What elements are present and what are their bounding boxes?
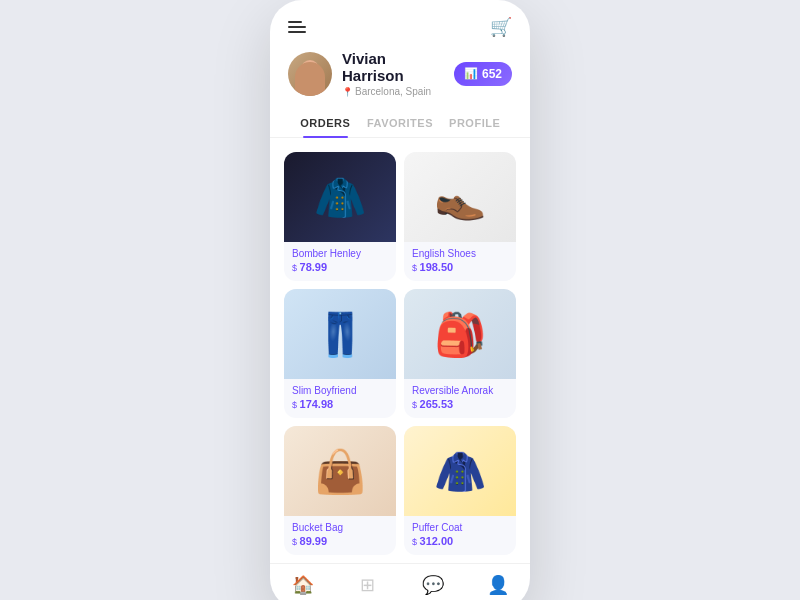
tab-favorites[interactable]: FAVORITES	[363, 109, 438, 137]
product-card[interactable]: Reversible Anorak $ 265.53	[404, 289, 516, 418]
nav-item-home[interactable]: 🏠	[270, 574, 335, 596]
currency-symbol: $	[412, 263, 420, 273]
currency-symbol: $	[292, 400, 300, 410]
profile-name: Vivian Harrison	[342, 50, 444, 84]
currency-symbol: $	[412, 537, 420, 547]
product-name-5: Puffer Coat	[412, 522, 508, 533]
product-image-1	[404, 152, 516, 242]
tabs-bar: ORDERS FAVORITES PROFILE	[270, 109, 530, 138]
product-price-0: $ 78.99	[292, 261, 388, 273]
profile-info: Vivian Harrison 📍 Barcelona, Spain	[342, 50, 444, 97]
product-price-2: $ 174.98	[292, 398, 388, 410]
grid-icon: ⊞	[360, 574, 375, 596]
product-price-5: $ 312.00	[412, 535, 508, 547]
product-name-2: Slim Boyfriend	[292, 385, 388, 396]
product-image-0	[284, 152, 396, 242]
avatar	[288, 52, 332, 96]
score-badge: 📊 652	[454, 62, 512, 86]
product-image-5	[404, 426, 516, 516]
product-info-2: Slim Boyfriend $ 174.98	[284, 379, 396, 418]
nav-item-profile[interactable]: 👤	[465, 574, 530, 596]
product-card[interactable]: English Shoes $ 198.50	[404, 152, 516, 281]
currency-symbol: $	[292, 263, 300, 273]
home-icon: 🏠	[292, 574, 314, 596]
location-text: Barcelona, Spain	[355, 86, 431, 97]
location-pin-icon: 📍	[342, 87, 353, 97]
product-price-4: $ 89.99	[292, 535, 388, 547]
messages-icon: 💬	[422, 574, 444, 596]
bar-chart-icon: 📊	[464, 67, 478, 80]
nav-item-grid[interactable]: ⊞	[335, 574, 400, 596]
currency-symbol: $	[412, 400, 420, 410]
product-image-4	[284, 426, 396, 516]
profile-icon: 👤	[487, 574, 509, 596]
score-value: 652	[482, 67, 502, 81]
product-image-2	[284, 289, 396, 379]
product-name-3: Reversible Anorak	[412, 385, 508, 396]
products-grid: Bomber Henley $ 78.99 English Shoes $ 19…	[270, 138, 530, 563]
currency-symbol: $	[292, 537, 300, 547]
menu-icon[interactable]	[288, 21, 306, 33]
product-info-5: Puffer Coat $ 312.00	[404, 516, 516, 555]
cart-icon[interactable]: 🛒	[490, 16, 512, 38]
product-info-3: Reversible Anorak $ 265.53	[404, 379, 516, 418]
product-card[interactable]: Bomber Henley $ 78.99	[284, 152, 396, 281]
phone-shell: 🛒 Vivian Harrison 📍 Barcelona, Spain 📊 6…	[270, 0, 530, 600]
top-bar: 🛒	[270, 0, 530, 46]
product-card[interactable]: Bucket Bag $ 89.99	[284, 426, 396, 555]
profile-section: Vivian Harrison 📍 Barcelona, Spain 📊 652	[270, 46, 530, 109]
product-name-0: Bomber Henley	[292, 248, 388, 259]
product-card[interactable]: Puffer Coat $ 312.00	[404, 426, 516, 555]
bottom-nav: 🏠⊞💬👤	[270, 563, 530, 600]
product-name-4: Bucket Bag	[292, 522, 388, 533]
product-name-1: English Shoes	[412, 248, 508, 259]
product-price-3: $ 265.53	[412, 398, 508, 410]
product-info-1: English Shoes $ 198.50	[404, 242, 516, 281]
product-info-0: Bomber Henley $ 78.99	[284, 242, 396, 281]
tab-profile[interactable]: PROFILE	[437, 109, 512, 137]
nav-item-messages[interactable]: 💬	[400, 574, 465, 596]
product-card[interactable]: Slim Boyfriend $ 174.98	[284, 289, 396, 418]
profile-location: 📍 Barcelona, Spain	[342, 86, 444, 97]
product-info-4: Bucket Bag $ 89.99	[284, 516, 396, 555]
product-price-1: $ 198.50	[412, 261, 508, 273]
product-image-3	[404, 289, 516, 379]
tab-orders[interactable]: ORDERS	[288, 109, 363, 137]
